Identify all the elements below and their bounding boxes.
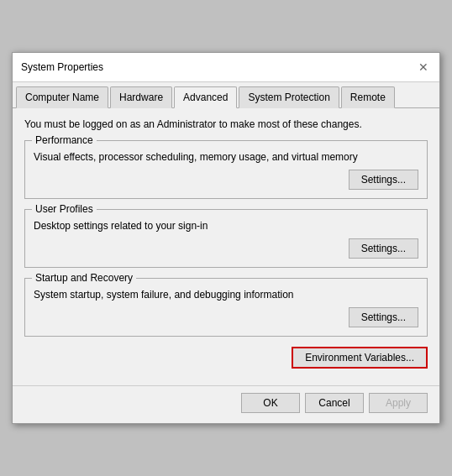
- performance-group: Performance Visual effects, processor sc…: [24, 140, 428, 199]
- tab-remote[interactable]: Remote: [341, 86, 395, 108]
- title-bar: System Properties ✕: [13, 53, 439, 82]
- performance-settings-button[interactable]: Settings...: [349, 170, 418, 190]
- content-area: You must be logged on as an Administrato…: [13, 108, 439, 385]
- startup-recovery-group: Startup and Recovery System startup, sys…: [24, 278, 428, 337]
- tab-computer-name[interactable]: Computer Name: [16, 86, 108, 108]
- close-button[interactable]: ✕: [416, 60, 431, 75]
- cancel-button[interactable]: Cancel: [305, 393, 364, 413]
- window-title: System Properties: [21, 61, 103, 73]
- ok-button[interactable]: OK: [241, 393, 300, 413]
- env-vars-row: Environment Variables...: [24, 347, 428, 369]
- system-properties-window: System Properties ✕ Computer Name Hardwa…: [12, 52, 440, 424]
- startup-recovery-label: Startup and Recovery: [32, 272, 136, 284]
- environment-variables-button[interactable]: Environment Variables...: [292, 347, 428, 369]
- tab-system-protection[interactable]: System Protection: [239, 86, 339, 108]
- user-profiles-text: Desktop settings related to your sign-in: [34, 220, 418, 232]
- tab-hardware[interactable]: Hardware: [110, 86, 172, 108]
- user-profiles-group: User Profiles Desktop settings related t…: [24, 209, 428, 268]
- tab-advanced[interactable]: Advanced: [174, 86, 237, 108]
- performance-label: Performance: [32, 134, 97, 146]
- footer: OK Cancel Apply: [13, 385, 439, 423]
- apply-button[interactable]: Apply: [369, 393, 428, 413]
- startup-recovery-text: System startup, system failure, and debu…: [34, 289, 418, 301]
- performance-text: Visual effects, processor scheduling, me…: [34, 151, 418, 163]
- tab-bar: Computer Name Hardware Advanced System P…: [13, 82, 439, 108]
- user-profiles-settings-button[interactable]: Settings...: [349, 238, 418, 259]
- admin-notice: You must be logged on as an Administrato…: [24, 118, 428, 130]
- user-profiles-label: User Profiles: [32, 203, 97, 215]
- startup-recovery-settings-button[interactable]: Settings...: [349, 307, 418, 327]
